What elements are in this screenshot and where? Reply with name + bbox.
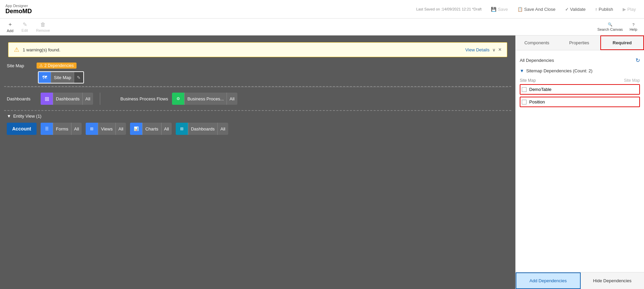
save-close-icon: 📋 — [517, 7, 523, 12]
save-button[interactable]: 💾 Save — [488, 5, 511, 13]
refresh-icon[interactable]: ↻ — [636, 57, 640, 64]
sitemap-section: Site Map ⚠ 2 Dependencies 🗺 Site Map ✎ — [4, 60, 511, 87]
sitemap-header: Site Map ⚠ 2 Dependencies — [7, 63, 509, 69]
dep-item-demotable: DemoTable — [520, 84, 640, 95]
tab-required[interactable]: Required — [600, 35, 644, 50]
position-label: Position — [529, 99, 545, 104]
entity-view-header: ▼ Entity View (1) — [4, 111, 511, 120]
charts-tile[interactable]: 📊 Charts All — [130, 123, 172, 135]
tab-components[interactable]: Components — [516, 35, 558, 50]
bpf-icon: ⚙ — [172, 93, 184, 105]
dashboards-all-label[interactable]: All — [82, 93, 93, 105]
demotable-label: DemoTable — [529, 87, 552, 92]
top-bar-actions: Last Saved on :14/09/2021 12:21 *Draft 💾… — [416, 5, 639, 13]
app-info: App Designer DemoMD — [5, 4, 32, 15]
panel-footer: Add Dependencies Hide Dependencies — [516, 272, 644, 289]
app-designer-label: App Designer — [5, 4, 32, 8]
dashboards2-tile[interactable]: ⊞ Dashboards All — [176, 123, 228, 135]
publish-button[interactable]: ↑ Publish — [593, 5, 616, 13]
play-icon: ▶ — [623, 7, 626, 12]
help-button[interactable]: ? Help — [627, 21, 640, 33]
all-dependencies-row: All Dependencies ↻ — [520, 54, 640, 66]
edit-icon: ✎ — [23, 21, 27, 28]
play-button[interactable]: ▶ Play — [620, 5, 639, 13]
remove-icon: 🗑 — [40, 22, 46, 28]
edit-button[interactable]: ✎ Edit — [19, 20, 31, 34]
dashboards-section-label: Dashboards — [7, 96, 41, 101]
dashboards-icon: ⊞ — [41, 93, 53, 105]
site-map-section-label: Site Map — [7, 63, 34, 68]
search-icon: 🔍 — [608, 22, 613, 27]
warning-badge-icon: ⚠ — [39, 63, 43, 68]
validate-button[interactable]: ✓ Validate — [562, 5, 588, 13]
dep-site-map-value: Site Map — [624, 78, 640, 83]
charts-all-label[interactable]: All — [161, 123, 172, 135]
dep-item-position: Position — [520, 97, 640, 107]
views-tile-label: Views — [98, 123, 115, 135]
views-tile[interactable]: ⊞ Views All — [86, 123, 126, 135]
dashboards-tile[interactable]: ⊞ Dashboards All — [41, 93, 93, 105]
validate-icon: ✓ — [565, 7, 569, 12]
dashboards-tile-label: Dashboards — [53, 93, 82, 105]
top-bar: App Designer DemoMD Last Saved on :14/09… — [0, 0, 644, 19]
entity-view-section: ▼ Entity View (1) Account ☰ Forms All ⊞ … — [4, 111, 511, 138]
dashboards2-all-label[interactable]: All — [217, 123, 228, 135]
right-panel: Components Properties Required All Depen… — [515, 35, 644, 289]
warning-text: 1 warning(s) found. — [23, 47, 465, 52]
hide-dependencies-button[interactable]: Hide Dependencies — [581, 272, 644, 289]
toolbar: ＋ Add ✎ Edit 🗑 Remove 🔍 Search Canvas ? … — [0, 19, 644, 35]
forms-all-label[interactable]: All — [71, 123, 82, 135]
last-saved-text: Last Saved on :14/09/2021 12:21 *Draft — [416, 7, 481, 11]
warning-banner: ⚠ 1 warning(s) found. View Details ∨ × — [8, 42, 507, 57]
warning-icon: ⚠ — [14, 46, 19, 53]
entity-view-chevron-icon[interactable]: ▼ — [7, 114, 11, 119]
forms-tile-label: Forms — [53, 123, 71, 135]
entity-view-label: Entity View (1) — [13, 114, 42, 119]
panel-tabs: Components Properties Required — [516, 35, 644, 50]
bpf-all-label[interactable]: All — [227, 93, 237, 105]
add-button[interactable]: ＋ Add — [4, 20, 16, 34]
dashboards-bpf-row: Dashboards ⊞ Dashboards All Business Pro… — [4, 87, 511, 111]
toolbar-right: 🔍 Search Canvas ? Help — [595, 21, 640, 33]
dep-site-map-label: Site Map — [520, 78, 536, 83]
save-close-button[interactable]: 📋 Save And Close — [515, 5, 558, 13]
position-checkbox[interactable] — [522, 100, 527, 104]
sitemap-deps-chevron-icon: ▼ — [520, 68, 524, 73]
forms-tile[interactable]: ☰ Forms All — [41, 123, 82, 135]
publish-icon: ↑ — [595, 7, 598, 12]
views-icon: ⊞ — [86, 123, 98, 135]
warning-close-icon[interactable]: × — [498, 47, 501, 53]
canvas: ⚠ 1 warning(s) found. View Details ∨ × S… — [0, 35, 515, 289]
panel-content: All Dependencies ↻ ▼ Sitemap Dependencie… — [516, 50, 644, 272]
app-name: DemoMD — [5, 8, 32, 15]
save-icon: 💾 — [491, 7, 496, 12]
bpf-section-label: Business Process Flows — [121, 96, 168, 101]
tab-properties[interactable]: Properties — [558, 35, 600, 50]
dashboards2-icon: ⊞ — [176, 123, 188, 135]
account-button[interactable]: Account — [7, 123, 37, 135]
sitemap-row: 🗺 Site Map ✎ — [7, 71, 509, 83]
sitemap-deps-label: Sitemap Dependencies (Count: 2) — [526, 68, 593, 73]
sitemap-deps-header[interactable]: ▼ Sitemap Dependencies (Count: 2) — [520, 66, 640, 75]
add-dependencies-button[interactable]: Add Dependencies — [516, 272, 581, 289]
bpf-tile[interactable]: ⚙ Business Proces... All — [172, 93, 237, 105]
add-icon: ＋ — [7, 21, 13, 28]
demotable-checkbox[interactable] — [522, 87, 527, 92]
view-details-link[interactable]: View Details — [465, 47, 489, 52]
search-canvas-button[interactable]: 🔍 Search Canvas — [595, 21, 625, 33]
help-icon: ? — [632, 23, 635, 27]
dashboards-items: ⊞ Dashboards All Business Process Flows … — [41, 93, 509, 105]
charts-tile-label: Charts — [142, 123, 161, 135]
bpf-tile-label: Business Proces... — [184, 93, 227, 105]
views-all-label[interactable]: All — [115, 123, 126, 135]
entity-view-content: Account ☰ Forms All ⊞ Views All 📊 Charts… — [4, 120, 511, 138]
warning-chevron-icon[interactable]: ∨ — [492, 47, 496, 52]
forms-icon: ☰ — [41, 123, 53, 135]
dependencies-badge: ⚠ 2 Dependencies — [37, 63, 77, 69]
site-map-edit-icon[interactable]: ✎ — [74, 72, 83, 83]
all-dependencies-label: All Dependencies — [520, 58, 554, 63]
site-map-tile-label: Site Map — [51, 72, 74, 83]
site-map-tile[interactable]: 🗺 Site Map ✎ — [38, 71, 84, 83]
section-divider — [100, 93, 100, 105]
remove-button[interactable]: 🗑 Remove — [34, 20, 53, 34]
